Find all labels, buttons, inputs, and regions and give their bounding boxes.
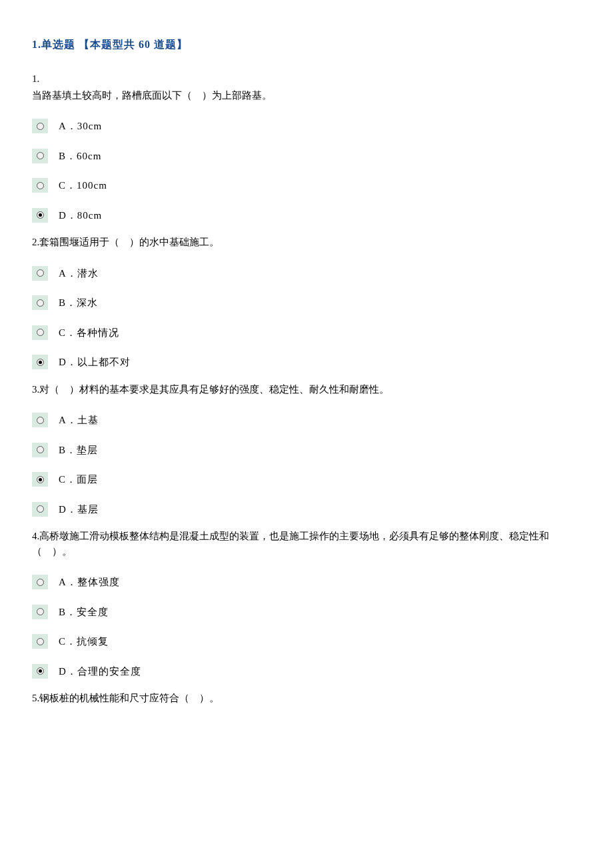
option-row[interactable]: D．基层 bbox=[32, 502, 586, 517]
radio-circle-icon bbox=[37, 211, 44, 219]
radio-button[interactable] bbox=[32, 664, 48, 679]
option-label: A．土基 bbox=[59, 413, 99, 428]
option-row[interactable]: D．以上都不对 bbox=[32, 355, 586, 370]
section-heading: 1.单选题 【本题型共 60 道题】 bbox=[32, 37, 586, 53]
option-label: A．潜水 bbox=[59, 266, 99, 281]
option-row[interactable]: A．整体强度 bbox=[32, 575, 586, 590]
option-label: B．深水 bbox=[59, 295, 98, 311]
option-label: D．基层 bbox=[59, 502, 99, 517]
radio-button[interactable] bbox=[32, 119, 48, 133]
question-text: 当路基填土较高时，路槽底面以下（ ）为上部路基。 bbox=[32, 88, 586, 103]
radio-button[interactable] bbox=[32, 325, 48, 340]
question-line: 5.钢板桩的机械性能和尺寸应符合（ ）。 bbox=[32, 691, 586, 706]
radio-button[interactable] bbox=[32, 634, 48, 649]
radio-button[interactable] bbox=[32, 605, 48, 619]
radio-circle-icon bbox=[37, 299, 44, 307]
radio-circle-icon bbox=[37, 579, 44, 586]
question-block: 5.钢板桩的机械性能和尺寸应符合（ ）。 bbox=[32, 691, 586, 706]
radio-button[interactable] bbox=[32, 472, 48, 487]
radio-dot-icon bbox=[39, 669, 42, 673]
option-row[interactable]: A．30cm bbox=[32, 119, 586, 134]
question-block: 1.当路基填土较高时，路槽底面以下（ ）为上部路基。A．30cmB．60cmC．… bbox=[32, 71, 586, 223]
radio-button[interactable] bbox=[32, 443, 48, 457]
radio-button[interactable] bbox=[32, 575, 48, 589]
option-row[interactable]: A．土基 bbox=[32, 413, 586, 428]
radio-button[interactable] bbox=[32, 266, 48, 281]
option-label: D．以上都不对 bbox=[59, 355, 131, 370]
radio-circle-icon bbox=[37, 359, 44, 366]
radio-circle-icon bbox=[37, 638, 44, 645]
option-row[interactable]: D．80cm bbox=[32, 208, 586, 223]
radio-dot-icon bbox=[39, 213, 42, 217]
radio-circle-icon bbox=[37, 476, 44, 483]
option-row[interactable]: C．面层 bbox=[32, 472, 586, 487]
option-label: D．合理的安全度 bbox=[59, 664, 141, 679]
option-label: C．抗倾复 bbox=[59, 634, 109, 649]
question-block: 2.套箱围堰适用于（ ）的水中基础施工。A．潜水B．深水C．各种情况D．以上都不… bbox=[32, 235, 586, 370]
radio-button[interactable] bbox=[32, 355, 48, 369]
radio-button[interactable] bbox=[32, 295, 48, 310]
radio-circle-icon bbox=[37, 446, 44, 453]
option-label: B．垫层 bbox=[59, 443, 98, 458]
radio-circle-icon bbox=[37, 152, 44, 159]
question-line: 4.高桥墩施工滑动模板整体结构是混凝土成型的装置，也是施工操作的主要场地，必须具… bbox=[32, 529, 586, 559]
option-row[interactable]: B．深水 bbox=[32, 295, 586, 311]
radio-button[interactable] bbox=[32, 208, 48, 223]
option-label: C．各种情况 bbox=[59, 325, 119, 341]
radio-button[interactable] bbox=[32, 502, 48, 517]
radio-dot-icon bbox=[39, 478, 42, 481]
radio-circle-icon bbox=[37, 269, 44, 277]
option-label: A．30cm bbox=[59, 119, 102, 134]
option-row[interactable]: B．垫层 bbox=[32, 443, 586, 458]
option-label: A．整体强度 bbox=[59, 575, 120, 590]
radio-circle-icon bbox=[37, 667, 44, 675]
option-row[interactable]: C．100cm bbox=[32, 178, 586, 193]
option-label: B．安全度 bbox=[59, 605, 109, 620]
radio-dot-icon bbox=[39, 361, 42, 364]
radio-circle-icon bbox=[37, 182, 44, 189]
radio-button[interactable] bbox=[32, 178, 48, 193]
option-row[interactable]: B．60cm bbox=[32, 149, 586, 164]
radio-circle-icon bbox=[37, 329, 44, 336]
radio-circle-icon bbox=[37, 123, 44, 130]
option-row[interactable]: C．各种情况 bbox=[32, 325, 586, 341]
option-label: C．100cm bbox=[59, 178, 107, 193]
option-row[interactable]: C．抗倾复 bbox=[32, 634, 586, 649]
option-label: C．面层 bbox=[59, 472, 98, 487]
option-row[interactable]: A．潜水 bbox=[32, 266, 586, 281]
option-row[interactable]: B．安全度 bbox=[32, 605, 586, 620]
questions-container: 1.当路基填土较高时，路槽底面以下（ ）为上部路基。A．30cmB．60cmC．… bbox=[32, 71, 586, 706]
question-block: 4.高桥墩施工滑动模板整体结构是混凝土成型的装置，也是施工操作的主要场地，必须具… bbox=[32, 529, 586, 679]
question-line: 2.套箱围堰适用于（ ）的水中基础施工。 bbox=[32, 235, 586, 250]
option-label: B．60cm bbox=[59, 149, 101, 164]
question-block: 3.对（ ）材料的基本要求是其应具有足够好的强度、稳定性、耐久性和耐磨性。A．土… bbox=[32, 382, 586, 517]
radio-button[interactable] bbox=[32, 149, 48, 163]
question-number: 1. bbox=[32, 71, 586, 87]
radio-circle-icon bbox=[37, 505, 44, 513]
radio-circle-icon bbox=[37, 417, 44, 424]
option-label: D．80cm bbox=[59, 208, 102, 223]
question-line: 3.对（ ）材料的基本要求是其应具有足够好的强度、稳定性、耐久性和耐磨性。 bbox=[32, 382, 586, 397]
radio-circle-icon bbox=[37, 608, 44, 615]
radio-button[interactable] bbox=[32, 413, 48, 427]
option-row[interactable]: D．合理的安全度 bbox=[32, 664, 586, 679]
